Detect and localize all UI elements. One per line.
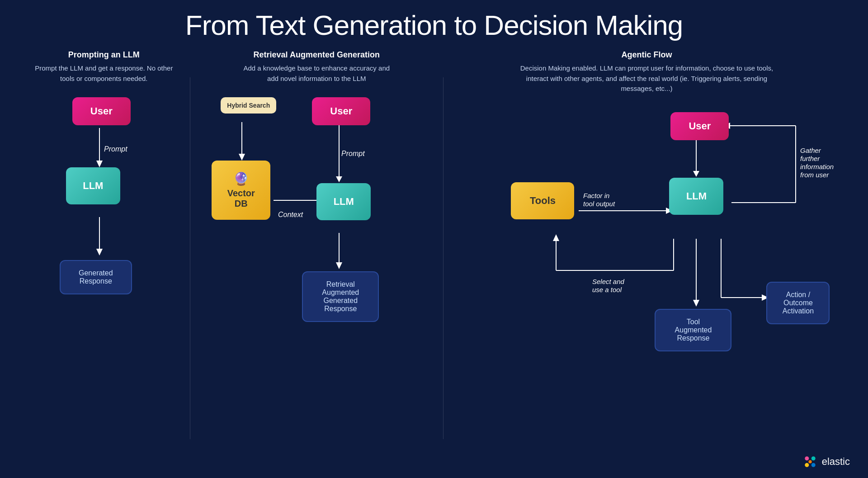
col3-user-node: User (670, 112, 729, 140)
col3-arrows: Factor in tool output Sele (452, 108, 841, 388)
col1-header: Prompting an LLM (68, 50, 140, 60)
svg-marker-8 (336, 176, 342, 182)
svg-point-40 (805, 456, 809, 460)
col1-diagram: User Prompt LLM (27, 97, 181, 332)
col1-desc: Prompt the LLM and get a response. No ot… (27, 63, 181, 84)
col3-desc: Decision Making enabled. LLM can prompt … (511, 63, 782, 94)
svg-marker-29 (553, 234, 559, 241)
svg-text:Prompt: Prompt (104, 145, 127, 153)
col2-hybrid-node: Hybrid Search (221, 97, 276, 114)
col3-llm-node: LLM (669, 178, 723, 215)
col3-diagram: Factor in tool output Sele (452, 108, 841, 388)
svg-text:tool output: tool output (583, 200, 615, 208)
column-prompting: Prompting an LLM Prompt the LLM and get … (18, 50, 190, 332)
col2-vectordb-node: 🔮 VectorDB (212, 161, 270, 220)
svg-text:information: information (800, 163, 834, 170)
col2-header: Retrieval Augmented Generation (254, 50, 380, 60)
svg-text:Gather: Gather (800, 147, 821, 154)
page-container: { "title": "From Text Generation to Deci… (0, 0, 868, 478)
svg-text:Context: Context (278, 211, 303, 218)
svg-marker-6 (239, 154, 245, 161)
elastic-icon (802, 454, 818, 470)
svg-text:from user: from user (800, 171, 829, 179)
svg-marker-25 (693, 300, 699, 307)
svg-point-43 (811, 463, 815, 467)
svg-point-42 (805, 463, 809, 467)
svg-text:use a tool: use a tool (592, 286, 622, 293)
svg-text:Factor in: Factor in (583, 192, 609, 199)
elastic-logo: elastic (802, 454, 850, 470)
svg-marker-4 (96, 249, 103, 256)
col1-user-node: User (72, 97, 131, 125)
svg-point-44 (808, 460, 811, 463)
col1-llm-node: LLM (66, 167, 120, 204)
columns-container: Prompting an LLM Prompt the LLM and get … (18, 50, 850, 439)
svg-text:further: further (800, 155, 820, 162)
col2-llm-node: LLM (316, 183, 371, 220)
elastic-label: elastic (822, 456, 850, 468)
col1-arrows: Prompt (27, 97, 181, 332)
svg-marker-16 (693, 171, 699, 177)
col3-action-node: Action /OutcomeActivation (766, 282, 830, 324)
column-rag: Retrieval Augmented Generation Add a kno… (190, 50, 443, 360)
svg-marker-14 (336, 262, 342, 269)
svg-text:Prompt: Prompt (341, 150, 365, 157)
col3-tool-response-node: ToolAugmentedResponse (655, 309, 731, 351)
col3-header: Agentic Flow (621, 50, 672, 60)
main-title: From Text Generation to Decision Making (18, 9, 850, 41)
svg-point-41 (811, 456, 815, 460)
col2-user-node: User (312, 97, 370, 125)
col2-desc: Add a knowledge base to enhance accuracy… (240, 63, 393, 84)
col2-diagram: Prompt Context Hybrid Search User (199, 97, 434, 360)
svg-text:Select and: Select and (592, 278, 625, 285)
col3-tools-node: Tools (511, 182, 574, 219)
col1-response-node: GeneratedResponse (60, 260, 132, 294)
svg-marker-1 (96, 161, 103, 167)
col2-rag-response-node: RetrievalAugmentedGeneratedResponse (302, 271, 379, 322)
column-agentic: Agentic Flow Decision Making enabled. LL… (443, 50, 850, 388)
